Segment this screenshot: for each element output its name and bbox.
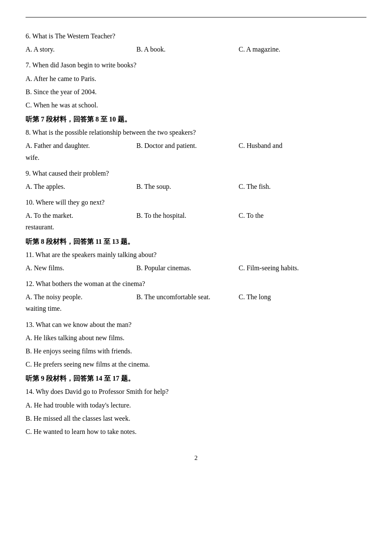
q11-option-b: B. Popular cinemas. [136,262,239,274]
question-6: 6. What is The Western Teacher? A. A sto… [26,30,366,55]
q9-option-b: B. The soup. [136,181,239,192]
q14-option-a: A. He had trouble with today's lecture. [26,399,366,411]
q6-text: 6. What is The Western Teacher? [26,30,366,42]
q12-option-b: B. The uncomfortable seat. [136,291,239,303]
question-8: 8. What is the possible relationship bet… [26,127,366,163]
q7-option-b: B. Since the year of 2004. [26,86,366,98]
section-8: 听第 8 段材料，回答第 11 至 13 题。 [26,237,366,246]
page-number: 2 [26,454,366,462]
question-7: 7. When did Jason begin to write books? … [26,59,366,111]
q6-option-a: A. A story. [26,43,136,55]
q10-option-b: B. To the hospital. [136,210,239,221]
question-9: 9. What caused their problem? A. The app… [26,168,366,192]
q9-text: 9. What caused their problem? [26,168,366,179]
q14-text: 14. Why does David go to Professor Smith… [26,386,366,397]
q6-option-b: B. A book. [136,43,239,55]
top-divider [26,17,366,17]
section-9: 听第 9 段材料，回答第 14 至 17 题。 [26,374,366,383]
q10-option-c: C. To the [239,210,366,221]
question-11: 11. What are the speakers mainly talking… [26,249,366,274]
q13-option-a: A. He likes talking about new films. [26,332,366,344]
q13-option-c: C. He prefers seeing new films at the ci… [26,358,366,370]
question-13: 13. What can we know about the man? A. H… [26,319,366,370]
q9-option-a: A. The apples. [26,181,136,192]
q10-text: 10. Where will they go next? [26,197,366,208]
q8-option-c-line2: wife. [26,152,366,163]
q10-option-a: A. To the market. [26,210,136,221]
q14-option-c: C. He wanted to learn how to take notes. [26,426,366,437]
q11-option-c: C. Film-seeing habits. [239,262,366,274]
q13-text: 13. What can we know about the man? [26,319,366,330]
question-14: 14. Why does David go to Professor Smith… [26,386,366,437]
q12-text: 12. What bothers the woman at the cinema… [26,278,366,289]
q8-text: 8. What is the possible relationship bet… [26,127,366,138]
q12-option-a: A. The noisy people. [26,291,136,303]
q12-option-c-line1: C. The long [239,291,366,303]
q11-text: 11. What are the speakers mainly talking… [26,249,366,260]
q7-option-a: A. After he came to Paris. [26,73,366,84]
q13-option-b: B. He enjoys seeing films with friends. [26,345,366,357]
q12-option-c: C. The long [239,291,366,303]
q8-option-a: A. Father and daughter. [26,140,136,151]
section-7: 听第 7 段材料，回答第 8 至 10 题。 [26,115,366,124]
q9-option-c: C. The fish. [239,181,366,192]
question-10: 10. Where will they go next? A. To the m… [26,197,366,233]
question-12: 12. What bothers the woman at the cinema… [26,278,366,315]
q12-option-c-line2: waiting time. [26,303,366,314]
q7-option-c: C. When he was at school. [26,99,366,111]
q8-option-b: B. Doctor and patient. [136,140,239,151]
q14-option-b: B. He missed all the classes last week. [26,413,366,424]
q10-option-c-line1: C. To the [239,210,366,221]
q8-option-c: C. Husband and [239,140,366,151]
q8-option-c-line1: C. Husband and [239,140,366,151]
q11-option-a: A. New films. [26,262,136,274]
q7-text: 7. When did Jason begin to write books? [26,59,366,71]
q6-option-c: C. A magazine. [239,43,366,55]
q10-option-c-line2: restaurant. [26,221,366,233]
